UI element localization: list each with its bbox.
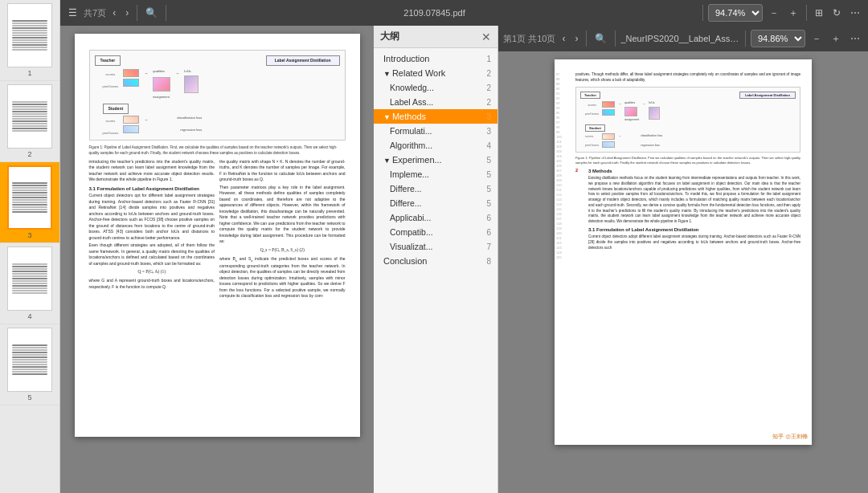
outline-num-knowledge: 2 bbox=[486, 84, 491, 92]
pdf-col-left-1: introducing the teacher's predictions in… bbox=[89, 159, 215, 301]
pred-boxes-label-2: pred boxes bbox=[103, 131, 119, 136]
thumb-num-3: 3 bbox=[27, 231, 31, 239]
view-mode-btn[interactable]: ⊞ bbox=[812, 6, 826, 20]
diagram-right: Teacher Label Assignment Distillation sc… bbox=[575, 87, 800, 153]
figure-caption-right: Figure 1: Pipeline of Label Assignment D… bbox=[575, 156, 800, 165]
prev-page-right-btn[interactable]: ‹ bbox=[559, 31, 568, 46]
method-text: Even though different strategies are ado… bbox=[89, 242, 215, 267]
search-right-btn[interactable]: 🔍 bbox=[592, 31, 610, 46]
pred-boxes-r3: pred boxes bbox=[585, 112, 599, 116]
right-pdf-inner: positives. Though methods differ, all th… bbox=[575, 72, 800, 251]
quality-box bbox=[153, 77, 170, 92]
assignment-label-left: assignment bbox=[153, 95, 170, 100]
next-page-btn[interactable]: › bbox=[122, 6, 132, 20]
thumbnail-1[interactable]: 1 bbox=[0, 0, 59, 81]
search-btn[interactable]: 🔍 bbox=[142, 6, 161, 20]
zoom-out-right-btn[interactable]: － bbox=[809, 31, 825, 47]
outline-item-applicabi[interactable]: Applicabi... 6 bbox=[374, 210, 497, 225]
outline-num-introduction: 1 bbox=[486, 55, 491, 63]
scores-label-2: scores bbox=[106, 119, 116, 124]
pdf-columns-left: introducing the teacher's predictions in… bbox=[89, 159, 346, 301]
section-num-right: 2 bbox=[575, 168, 585, 174]
diagram-title-right: Label Assignment Distillation bbox=[739, 92, 796, 100]
thumb-page-5 bbox=[7, 328, 52, 392]
section-31-text: Current object detectors opt for differe… bbox=[89, 193, 215, 241]
outline-num-conclusion: 8 bbox=[486, 257, 491, 266]
more-btn[interactable]: ⋯ bbox=[847, 6, 863, 20]
second-toolbar: 第1页 共10页 ‹ › 🔍 _NeurIPS2020__Label_Assig… bbox=[498, 26, 868, 51]
zoom-select-right[interactable]: 94.86% bbox=[751, 30, 805, 47]
right-text-top: positives. Though methods differ, all th… bbox=[575, 72, 800, 84]
toggle-sidebar-btn[interactable]: ☰ bbox=[65, 6, 80, 20]
pdf-view-left[interactable]: Teacher Label Assignment Distillation sc… bbox=[60, 26, 374, 493]
thumbnail-5[interactable]: 5 bbox=[0, 324, 59, 405]
outline-label-methods: Methods bbox=[392, 112, 426, 121]
outline-item-related-work[interactable]: ▼Related Work 2 bbox=[374, 66, 497, 80]
zoom-in-btn[interactable]: ＋ bbox=[785, 5, 801, 22]
outline-item-experiments[interactable]: ▼Experimen... 5 bbox=[374, 153, 497, 167]
content-area: Teacher Label Assignment Distillation sc… bbox=[60, 26, 868, 493]
second-pdf-content[interactable]: 8788899091 9293949596 979899100101 10210… bbox=[498, 51, 868, 493]
outline-item-impleme[interactable]: Impleme... 5 bbox=[374, 167, 497, 181]
outline-panel: 大纲 ✕ Introduction 1 ▼Related Work 2 Know… bbox=[374, 26, 498, 493]
outline-item-differe2[interactable]: Differe... 5 bbox=[374, 196, 497, 210]
outline-item-algorithm[interactable]: Algorithm... 4 bbox=[374, 138, 497, 153]
prev-page-btn[interactable]: ‹ bbox=[109, 6, 119, 20]
second-pdf-page: 8788899091 9293949596 979899100101 10210… bbox=[555, 59, 812, 445]
rotate-btn[interactable]: ↻ bbox=[829, 6, 844, 20]
outline-label-visualizat: Visualizat... bbox=[390, 242, 433, 251]
intro-para: introducing the teacher's predictions in… bbox=[89, 159, 215, 183]
outline-label-formulati: Formulati... bbox=[390, 126, 432, 136]
outline-item-label-ass[interactable]: Label Ass... 2 bbox=[374, 95, 497, 109]
teacher-box-left: Teacher bbox=[95, 55, 121, 66]
outline-num-impleme: 5 bbox=[486, 170, 491, 179]
thumbnail-4[interactable]: 4 bbox=[0, 243, 59, 324]
more-text-2: Then parameter matrices play a key role … bbox=[219, 185, 346, 245]
arrow-2: → bbox=[175, 71, 179, 76]
colored-box-2 bbox=[123, 79, 139, 87]
outline-item-visualizat[interactable]: Visualizat... 7 bbox=[374, 239, 497, 254]
outline-label-differe1: Differe... bbox=[390, 184, 422, 194]
expand-methods: ▼ bbox=[383, 113, 391, 121]
outline-item-differe1[interactable]: Differe... 5 bbox=[374, 181, 497, 196]
thumbnail-3[interactable]: 3 bbox=[0, 162, 59, 243]
page-count-right: 第1页 共10页 bbox=[503, 33, 555, 45]
thumbnail-2[interactable]: 2 bbox=[0, 81, 59, 162]
more-right-btn[interactable]: ⋯ bbox=[847, 31, 863, 46]
next-page-right-btn[interactable]: › bbox=[571, 31, 581, 46]
outline-label-label-ass: Label Ass... bbox=[390, 97, 433, 107]
page-count-left: 共7页 bbox=[84, 7, 106, 19]
where-text-2: where Bs and Ss indicate the predicted b… bbox=[219, 256, 346, 299]
outline-close-btn[interactable]: ✕ bbox=[481, 31, 491, 43]
outline-label-applicabi: Applicabi... bbox=[390, 213, 431, 222]
reg-loss-label: regression loss bbox=[180, 128, 202, 132]
watermark: 知乎 @王剑锋 bbox=[772, 433, 808, 441]
outline-item-introduction[interactable]: Introduction 1 bbox=[374, 51, 497, 66]
scores-r3: scores bbox=[588, 104, 596, 108]
outline-item-methods[interactable]: ▼Methods 3 bbox=[374, 109, 497, 124]
outline-item-knowledge[interactable]: Knowledg... 2 bbox=[374, 80, 497, 95]
thumb-page-3 bbox=[7, 165, 52, 230]
zoom-select-left[interactable]: 94.74% bbox=[708, 4, 763, 22]
thumb-page-2 bbox=[7, 84, 52, 149]
sep-r2 bbox=[615, 31, 616, 47]
outline-num-visualizat: 7 bbox=[486, 242, 491, 251]
outline-label-compatib: Compatib... bbox=[390, 227, 433, 237]
outline-item-compatib[interactable]: Compatib... 6 bbox=[374, 225, 497, 239]
filename-right: _NeurIPS2020__Label_Assignment_Distillat… bbox=[620, 34, 740, 43]
formula-1: Q = F(G, A) (1) bbox=[89, 269, 215, 275]
zoom-out-btn[interactable]: － bbox=[766, 5, 782, 22]
outline-item-conclusion[interactable]: Conclusion 8 bbox=[374, 254, 497, 268]
outline-num-related: 2 bbox=[486, 69, 491, 78]
outline-num-methods: 3 bbox=[486, 112, 491, 121]
outline-item-formulati[interactable]: Formulati... 3 bbox=[374, 124, 497, 138]
assignment-r2: assignment bbox=[624, 118, 639, 122]
pred-boxes-r4: pred boxes bbox=[585, 144, 599, 148]
thumb-num-1: 1 bbox=[27, 69, 31, 77]
zoom-in-right-btn[interactable]: ＋ bbox=[828, 31, 844, 47]
diagram-left: Teacher Label Assignment Distillation sc… bbox=[89, 50, 346, 141]
outline-num-differe2: 5 bbox=[486, 199, 491, 208]
cls-loss-r2: classification loss bbox=[641, 134, 662, 138]
arrow-1: → bbox=[144, 71, 148, 76]
teacher-box-right: Teacher bbox=[580, 92, 600, 100]
